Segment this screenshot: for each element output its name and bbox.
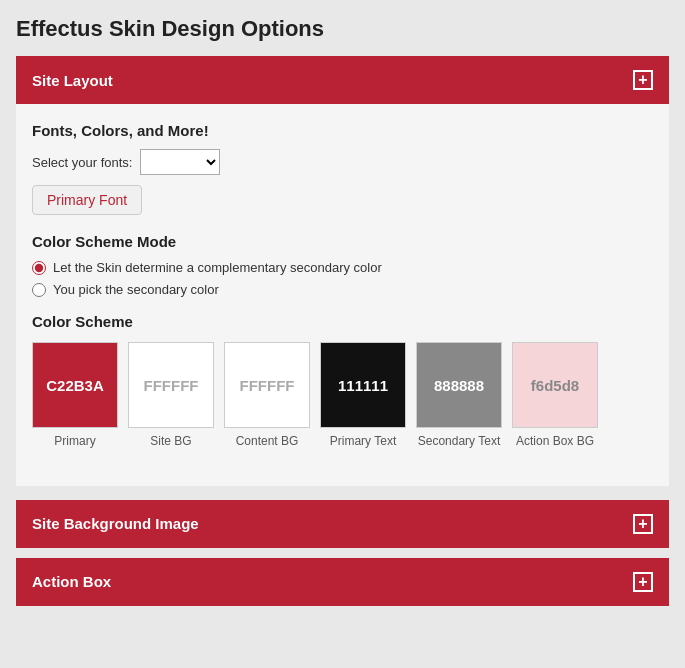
- swatch-item-primary[interactable]: C22B3APrimary: [32, 342, 118, 450]
- swatch-box-action-box-bg[interactable]: f6d5d8: [512, 342, 598, 428]
- color-scheme-section: Color Scheme C22B3APrimaryFFFFFFSite BGF…: [32, 313, 653, 450]
- swatch-label-primary-text: Primary Text: [330, 434, 396, 450]
- site-layout-header[interactable]: Site Layout +: [16, 56, 669, 104]
- radio-pick-color[interactable]: [32, 283, 46, 297]
- swatch-label-secondary-text: Secondary Text: [418, 434, 501, 450]
- site-layout-panel: Fonts, Colors, and More! Select your fon…: [16, 104, 669, 486]
- swatch-label-content-bg: Content BG: [236, 434, 299, 450]
- swatch-label-action-box-bg: Action Box BG: [516, 434, 594, 450]
- fonts-section: Fonts, Colors, and More! Select your fon…: [32, 122, 653, 219]
- fonts-section-title: Fonts, Colors, and More!: [32, 122, 653, 139]
- color-scheme-title: Color Scheme: [32, 313, 653, 330]
- swatch-box-primary[interactable]: C22B3A: [32, 342, 118, 428]
- radio-auto-color-label: Let the Skin determine a complementary s…: [53, 260, 382, 275]
- swatch-box-secondary-text[interactable]: 888888: [416, 342, 502, 428]
- radio-auto-color-row[interactable]: Let the Skin determine a complementary s…: [32, 260, 653, 275]
- site-layout-expand-icon: +: [633, 70, 653, 90]
- font-select-label: Select your fonts:: [32, 155, 132, 170]
- site-bg-image-label: Site Background Image: [32, 515, 199, 532]
- swatch-item-content-bg[interactable]: FFFFFFContent BG: [224, 342, 310, 450]
- site-bg-image-accordion: Site Background Image +: [16, 500, 669, 548]
- swatch-box-site-bg[interactable]: FFFFFF: [128, 342, 214, 428]
- primary-font-button[interactable]: Primary Font: [32, 185, 142, 215]
- color-scheme-mode-title: Color Scheme Mode: [32, 233, 653, 250]
- site-bg-image-header[interactable]: Site Background Image +: [16, 500, 669, 548]
- site-bg-image-expand-icon: +: [633, 514, 653, 534]
- color-scheme-mode-section: Color Scheme Mode Let the Skin determine…: [32, 233, 653, 297]
- swatch-item-primary-text[interactable]: 111111Primary Text: [320, 342, 406, 450]
- swatch-label-primary: Primary: [54, 434, 95, 450]
- swatch-box-primary-text[interactable]: 111111: [320, 342, 406, 428]
- swatch-item-site-bg[interactable]: FFFFFFSite BG: [128, 342, 214, 450]
- action-box-accordion: Action Box +: [16, 558, 669, 606]
- radio-pick-color-label: You pick the secondary color: [53, 282, 219, 297]
- action-box-label: Action Box: [32, 573, 111, 590]
- action-box-header[interactable]: Action Box +: [16, 558, 669, 606]
- font-select-row: Select your fonts:: [32, 149, 653, 175]
- page-title: Effectus Skin Design Options: [16, 16, 669, 42]
- site-layout-accordion: Site Layout + Fonts, Colors, and More! S…: [16, 56, 669, 486]
- swatch-item-action-box-bg[interactable]: f6d5d8Action Box BG: [512, 342, 598, 450]
- font-select-dropdown[interactable]: [140, 149, 220, 175]
- radio-pick-color-row[interactable]: You pick the secondary color: [32, 282, 653, 297]
- radio-auto-color[interactable]: [32, 261, 46, 275]
- site-layout-label: Site Layout: [32, 72, 113, 89]
- swatch-label-site-bg: Site BG: [150, 434, 191, 450]
- swatch-item-secondary-text[interactable]: 888888Secondary Text: [416, 342, 502, 450]
- action-box-expand-icon: +: [633, 572, 653, 592]
- swatch-box-content-bg[interactable]: FFFFFF: [224, 342, 310, 428]
- color-swatches-container: C22B3APrimaryFFFFFFSite BGFFFFFFContent …: [32, 342, 653, 450]
